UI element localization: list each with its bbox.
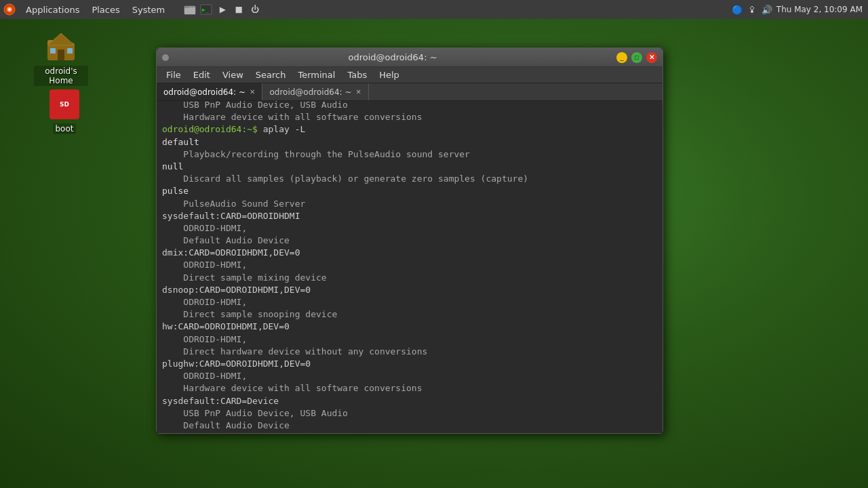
svg-rect-13 [50,48,56,54]
terminal-shortcut-icon[interactable]: ▶_ [200,3,212,16]
svg-rect-14 [67,48,73,54]
tab-2-close[interactable]: ✕ [355,88,361,96]
svg-rect-5 [184,6,189,8]
home-icon-label: odroid's Home [34,66,88,86]
home-folder-icon [45,30,77,63]
svg-rect-12 [58,49,64,60]
menu-search[interactable]: Search [250,69,292,81]
datetime-display: Thu May 2, 10:09 AM [776,5,863,14]
desktop: Applications Places System ▶_ ▶ ■ [0,0,868,488]
terminal-output: USB PnP Audio Device, USB Audio Hardware… [162,101,657,433]
taskbar: Applications Places System ▶_ ▶ ■ [0,0,868,19]
terminal-window: odroid@odroid64: ~ _ □ ✕ File Edit View … [156,47,663,434]
tab-1-close[interactable]: ✕ [250,88,255,96]
play-button[interactable]: ▶ [216,3,229,16]
taskbar-places[interactable]: Places [86,3,125,16]
taskbar-applications[interactable]: Applications [20,3,85,16]
menu-edit[interactable]: Edit [188,69,216,81]
svg-rect-4 [184,7,195,14]
taskbar-center: ▶_ ▶ ■ ⏻ [184,3,261,16]
menu-tabs[interactable]: Tabs [342,69,372,81]
minimize-button[interactable]: _ [616,52,627,63]
tab-2-label: odroid@odroid64: ~ [269,87,351,97]
desktop-icon-boot[interactable]: SD boot [37,88,92,134]
svg-point-2 [8,8,11,11]
taskbar-system[interactable]: System [127,3,170,16]
svg-marker-11 [47,33,75,45]
terminal-titlebar: odroid@odroid64: ~ _ □ ✕ [157,48,663,67]
close-button[interactable]: ✕ [646,52,657,63]
sd-card-icon: SD [48,88,81,121]
app-menu-icon[interactable] [3,3,16,16]
taskbar-right: 🔵 🔊 Thu May 2, 10:09 AM [732,3,868,16]
bluetooth-icon[interactable]: 🔵 [732,5,743,15]
menu-help[interactable]: Help [374,69,405,81]
maximize-button[interactable]: □ [631,52,642,63]
terminal-scrollable[interactable]: USB PnP Audio Device, USB Audio Hardware… [157,101,663,433]
tab-1[interactable]: odroid@odroid64: ~ ✕ [157,83,262,100]
titlebar-dot [162,54,169,61]
desktop-icon-home[interactable]: odroid's Home [34,30,88,86]
network-icon[interactable] [747,3,757,16]
terminal-menubar: File Edit View Search Terminal Tabs Help [157,67,663,83]
volume-icon[interactable]: 🔊 [762,5,772,15]
menu-file[interactable]: File [161,69,186,81]
tab-2[interactable]: odroid@odroid64: ~ ✕ [262,83,368,100]
terminal-content[interactable]: USB PnP Audio Device, USB Audio Hardware… [157,101,663,433]
menu-view[interactable]: View [217,69,249,81]
menu-terminal[interactable]: Terminal [292,69,340,81]
terminal-title: odroid@odroid64: ~ [173,52,612,62]
svg-point-8 [751,10,753,13]
taskbar-left: Applications Places System [0,3,170,16]
tab-1-label: odroid@odroid64: ~ [163,87,245,97]
stop-button[interactable]: ■ [233,3,245,16]
svg-text:▶_: ▶_ [202,7,209,13]
boot-icon-label: boot [53,123,75,134]
power-button[interactable]: ⏻ [249,3,261,16]
file-manager-icon[interactable] [184,3,196,16]
terminal-tabs: odroid@odroid64: ~ ✕ odroid@odroid64: ~ … [157,83,663,101]
